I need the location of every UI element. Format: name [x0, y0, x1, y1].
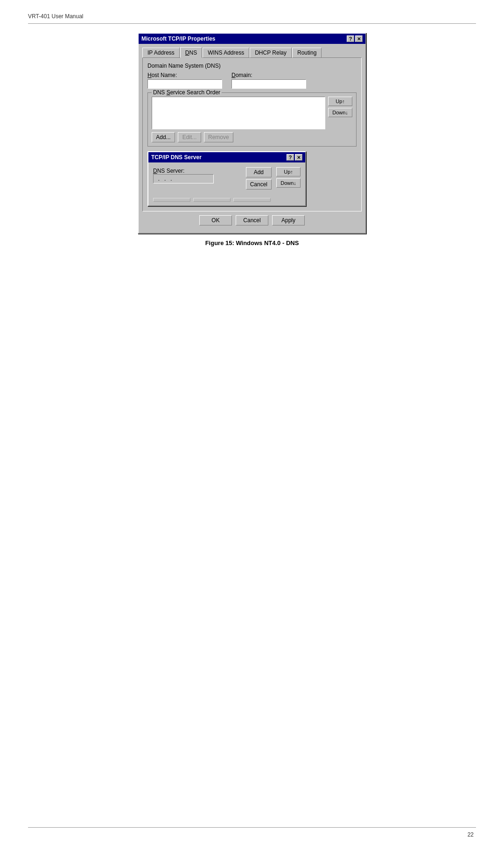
dns-list-action-buttons: Add... Edit... Remove	[152, 132, 352, 142]
add-button[interactable]: Add...	[152, 132, 175, 142]
dns-search-order-group: DNS Service Search Order Up↑ Down↓ Add..…	[147, 92, 357, 147]
domain-group: Domain:	[231, 72, 306, 89]
sub-titlebar-buttons: ? ✕	[287, 154, 302, 161]
dns-server-right-buttons: Up↑ Down↓	[276, 167, 301, 188]
page-number: 22	[468, 831, 474, 838]
tab-content: Domain Name System (DNS) Host Name: Doma…	[142, 57, 362, 211]
header-title: VRT-401 User Manual	[28, 13, 84, 20]
dns-server-middle-buttons: Add Cancel	[246, 167, 272, 190]
tab-bar: IP Address DNS WINS Address DHCP Relay R…	[142, 48, 362, 58]
edit-button[interactable]: Edit...	[178, 132, 201, 142]
close-button[interactable]: ✕	[355, 35, 363, 42]
sub-down-button[interactable]: Down↓	[276, 178, 301, 188]
blurred-buttons-row	[148, 196, 305, 205]
tab-wins-address[interactable]: WINS Address	[203, 48, 249, 58]
apply-button[interactable]: Apply	[272, 215, 305, 225]
dialog-body: IP Address DNS WINS Address DHCP Relay R…	[139, 44, 365, 233]
blurred-btn-3	[233, 198, 271, 202]
tab-dhcp-label: DHCP Relay	[255, 49, 287, 56]
tab-wins-label: WINS Address	[208, 49, 244, 56]
sub-up-button[interactable]: Up↑	[276, 167, 301, 176]
tab-routing-label: Routing	[297, 49, 316, 56]
titlebar-buttons: ? ✕	[347, 35, 363, 42]
cancel-button[interactable]: Cancel	[236, 215, 268, 225]
tab-dns-label: DNS	[185, 49, 197, 56]
sub-dialog: TCP/IP DNS Server ? ✕ DNS Server:	[147, 151, 306, 206]
dns-group-label: DNS Service Search Order	[152, 89, 222, 96]
host-name-label: Host Name:	[147, 72, 222, 78]
up-button[interactable]: Up↑	[328, 97, 352, 106]
dns-server-input[interactable]	[153, 174, 214, 183]
host-name-group: Host Name:	[147, 72, 222, 89]
tab-routing[interactable]: Routing	[292, 48, 322, 58]
tab-ip-address[interactable]: IP Address	[142, 48, 180, 58]
dns-list[interactable]	[152, 97, 325, 129]
dns-server-left: DNS Server:	[153, 167, 239, 183]
sub-help-button[interactable]: ?	[287, 154, 294, 161]
sub-add-button[interactable]: Add	[246, 167, 272, 177]
dns-side-buttons: Up↑ Down↓	[328, 97, 352, 117]
host-domain-row: Host Name: Domain:	[147, 72, 357, 89]
help-button[interactable]: ?	[347, 35, 354, 42]
tab-dhcp-relay[interactable]: DHCP Relay	[250, 48, 292, 58]
domain-label: Domain:	[231, 72, 306, 78]
titlebar: Microsoft TCP/IP Properties ? ✕	[139, 34, 365, 44]
sub-titlebar: TCP/IP DNS Server ? ✕	[148, 152, 305, 162]
main-dialog: Microsoft TCP/IP Properties ? ✕ IP Addre…	[138, 33, 366, 234]
tab-dns[interactable]: DNS	[180, 47, 202, 58]
sub-close-button[interactable]: ✕	[295, 154, 302, 161]
top-divider	[28, 23, 476, 24]
section-title: Domain Name System (DNS)	[147, 63, 357, 69]
tab-ip-label: IP Address	[147, 49, 175, 56]
host-name-input[interactable]	[147, 79, 222, 89]
dialog-title: Microsoft TCP/IP Properties	[141, 35, 215, 42]
dialog-footer: OK Cancel Apply	[142, 211, 362, 229]
figure-container: Microsoft TCP/IP Properties ? ✕ IP Addre…	[138, 33, 366, 246]
remove-button[interactable]: Remove	[204, 132, 233, 142]
dns-server-label: DNS Server:	[153, 168, 184, 174]
down-button[interactable]: Down↓	[328, 108, 352, 117]
figure-caption: Figure 15: Windows NT4.0 - DNS	[205, 239, 299, 246]
sub-dialog-title: TCP/IP DNS Server	[151, 154, 202, 161]
dns-server-row: DNS Server: Add Cancel Up↑ Down↓	[153, 167, 301, 190]
ok-button[interactable]: OK	[199, 215, 232, 225]
sub-cancel-button[interactable]: Cancel	[246, 179, 272, 190]
dns-list-area: Up↑ Down↓	[152, 97, 352, 132]
sub-dialog-body: DNS Server: Add Cancel Up↑ Down↓	[148, 162, 305, 194]
bottom-divider	[28, 827, 476, 828]
blurred-btn-2	[193, 198, 231, 202]
blurred-btn-1	[153, 198, 190, 202]
domain-input[interactable]	[231, 79, 306, 89]
